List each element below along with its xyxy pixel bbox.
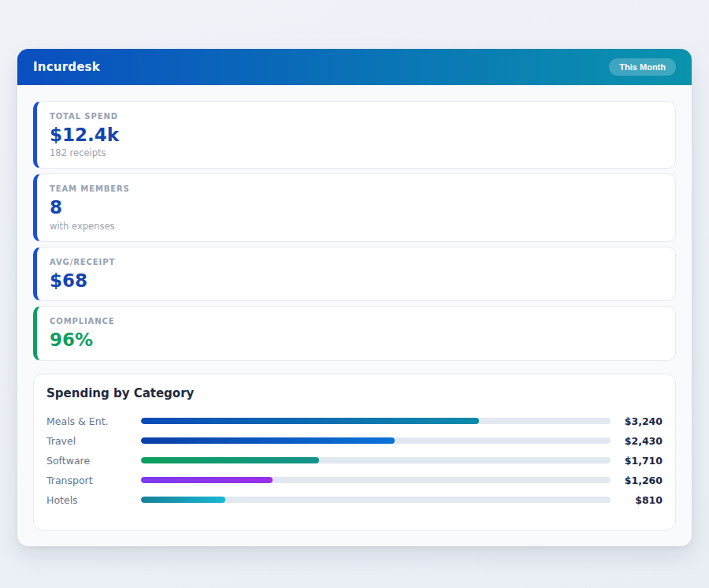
category-bar-fill	[141, 477, 273, 483]
app-title: Incurdesk	[33, 60, 100, 74]
category-amount: $3,240	[617, 415, 663, 427]
category-bar-track	[141, 437, 611, 444]
app-header: Incurdesk This Month	[17, 49, 692, 85]
stat-card-team-members: TEAM MEMBERS 8 with expenses	[33, 173, 676, 241]
stat-value: 96%	[50, 329, 663, 350]
category-bar-fill	[141, 457, 319, 463]
category-bar-track	[141, 418, 611, 424]
category-bar-track	[141, 477, 611, 483]
category-bar-fill	[141, 437, 395, 444]
stat-label: COMPLIANCE	[50, 317, 663, 326]
stat-card-total-spend: TOTAL SPEND $12.4k 182 receipts	[33, 101, 676, 169]
category-row: Meals & Ent. $3,240	[46, 411, 663, 431]
category-bar-list: Meals & Ent. $3,240 Travel $2,430 Softwa…	[46, 411, 663, 510]
category-label: Travel	[46, 435, 135, 447]
stat-subtext: 182 receipts	[50, 147, 663, 158]
stat-value: $12.4k	[50, 125, 663, 145]
category-amount: $810	[617, 494, 663, 506]
category-row: Travel $2,430	[46, 431, 663, 451]
incurdesk-window: Incurdesk This Month TOTAL SPEND $12.4k …	[17, 49, 692, 546]
category-bar-track	[141, 497, 611, 503]
spending-by-category-card: Spending by Category Meals & Ent. $3,240…	[33, 374, 676, 530]
stat-subtext: with expenses	[50, 221, 663, 232]
category-row: Transport $1,260	[46, 471, 663, 490]
stat-label: AVG/RECEIPT	[50, 258, 663, 266]
stat-value: $68	[50, 270, 663, 291]
category-label: Hotels	[46, 494, 135, 506]
category-label: Software	[46, 455, 135, 467]
stat-card-avg-receipt: AVG/RECEIPT $68	[33, 247, 676, 301]
dashboard-content: TOTAL SPEND $12.4k 182 receipts TEAM MEM…	[17, 85, 692, 546]
stat-card-compliance: COMPLIANCE 96%	[33, 306, 676, 360]
category-label: Meals & Ent.	[46, 415, 135, 427]
period-badge[interactable]: This Month	[609, 58, 676, 76]
category-row: Hotels $810	[46, 490, 663, 510]
category-row: Software $1,710	[46, 451, 663, 471]
stat-label: TOTAL SPEND	[50, 112, 663, 121]
stat-label: TEAM MEMBERS	[50, 184, 663, 193]
category-amount: $2,430	[617, 435, 663, 447]
category-label: Transport	[46, 474, 135, 486]
category-bar-fill	[141, 418, 479, 424]
category-amount: $1,710	[617, 455, 663, 467]
spending-card-title: Spending by Category	[46, 386, 663, 400]
category-bar-track	[141, 457, 611, 463]
category-bar-fill	[141, 497, 225, 503]
category-amount: $1,260	[617, 474, 663, 486]
stat-value: 8	[50, 197, 663, 218]
